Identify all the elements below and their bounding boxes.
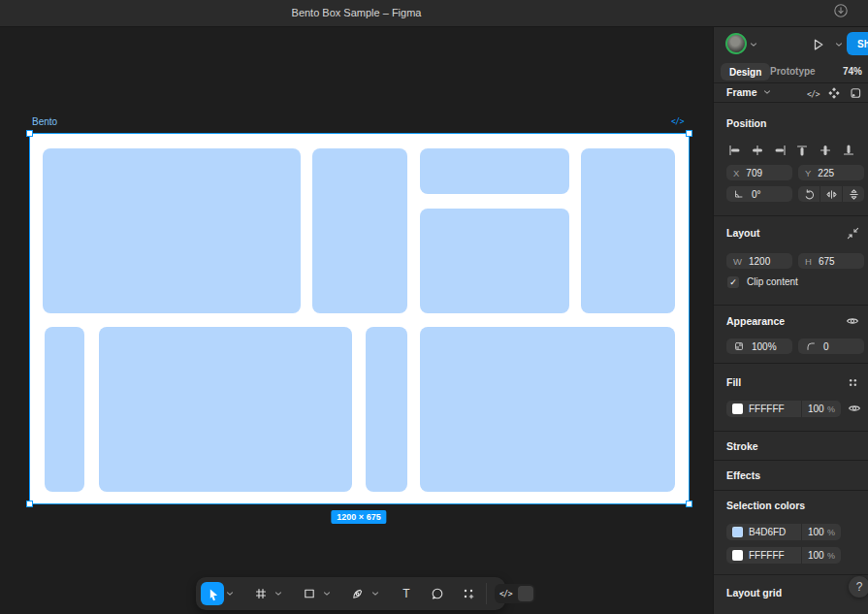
selection-handle[interactable]: [26, 130, 33, 137]
bento-rectangle[interactable]: [312, 148, 407, 313]
selection-color-percent: %: [827, 551, 835, 561]
eye-icon[interactable]: [846, 314, 859, 330]
bento-rectangle[interactable]: [43, 148, 301, 313]
selection-color-hex[interactable]: FFFFFF: [749, 550, 785, 561]
tab-prototype[interactable]: Prototype: [770, 66, 816, 77]
corner-radius-field[interactable]: 0: [798, 339, 864, 354]
present-chevron-icon[interactable]: [835, 40, 843, 50]
align-bottom-button[interactable]: [841, 143, 856, 158]
fill-opacity[interactable]: 100: [808, 404, 824, 414]
x-label: X: [733, 168, 739, 178]
align-left-button[interactable]: [726, 143, 742, 158]
y-position-field[interactable]: Y 225: [798, 165, 864, 180]
rectangle-tool[interactable]: [298, 582, 321, 605]
comment-tool[interactable]: [426, 582, 449, 605]
selection-handle[interactable]: [26, 501, 33, 507]
flip-horizontal-button[interactable]: [820, 186, 842, 202]
styles-icon[interactable]: [847, 376, 859, 391]
rotation-field[interactable]: 0°: [726, 186, 792, 202]
component-icon[interactable]: [827, 86, 841, 102]
selection-color-percent: %: [827, 528, 835, 537]
frame-row: Frame </>: [714, 83, 868, 103]
pen-tool[interactable]: [346, 582, 370, 605]
bento-rectangle[interactable]: [99, 327, 352, 492]
present-button[interactable]: [811, 37, 825, 53]
bento-rectangle[interactable]: [45, 327, 84, 492]
appearance-title: Appearance: [726, 315, 785, 327]
text-tool[interactable]: T: [395, 582, 418, 605]
width-field[interactable]: W 1200: [726, 253, 792, 269]
layout-title: Layout: [726, 227, 759, 239]
frame-tool[interactable]: [249, 582, 273, 605]
selection-color-opacity[interactable]: 100: [808, 527, 824, 537]
corner-radius-value: 0: [823, 341, 829, 352]
pen-tool-chevron[interactable]: [370, 582, 381, 605]
h-label: H: [805, 256, 812, 267]
rectangle-tool-chevron[interactable]: [321, 582, 333, 605]
panel-header: Share: [714, 27, 868, 60]
selection-color-swatch[interactable]: [732, 527, 743, 537]
avatar-chevron-icon[interactable]: [750, 40, 757, 50]
y-value: 225: [818, 168, 834, 178]
titlebar: Bento Box Sample – Figma: [0, 0, 868, 27]
use-as-mask-icon[interactable]: [849, 86, 862, 102]
share-button[interactable]: Share: [847, 32, 868, 55]
rotate-button[interactable]: [798, 186, 820, 202]
bento-rectangle[interactable]: [366, 327, 407, 492]
x-position-field[interactable]: X 709: [726, 165, 792, 180]
frame-dev-code-icon[interactable]: </>: [671, 117, 684, 126]
align-horizontal-center-button[interactable]: [750, 143, 765, 158]
bento-rectangle[interactable]: [420, 209, 569, 313]
bento-rectangle[interactable]: [420, 327, 675, 492]
selection-handle[interactable]: [686, 130, 692, 137]
avatar[interactable]: [725, 33, 747, 54]
flip-vertical-button[interactable]: [842, 186, 864, 202]
height-field[interactable]: H 675: [798, 253, 864, 269]
h-value: 675: [819, 256, 835, 267]
bento-rectangle[interactable]: [420, 148, 569, 194]
stroke-title: Stroke: [726, 440, 758, 452]
align-vertical-center-button[interactable]: [818, 143, 833, 158]
bento-frame[interactable]: [30, 134, 689, 503]
align-top-button[interactable]: [794, 143, 810, 158]
toolbar-divider: [486, 583, 487, 604]
stroke-section[interactable]: Stroke: [714, 431, 868, 460]
help-button[interactable]: ?: [849, 576, 868, 598]
selection-color-row[interactable]: FFFFFF 100 %: [726, 547, 841, 564]
clip-content-label[interactable]: Clip content: [747, 276, 798, 287]
fill-section: Fill FFFFFF 100 %: [714, 363, 868, 431]
frame-name-label[interactable]: Bento: [32, 116, 57, 127]
frame-type-dropdown[interactable]: Frame: [726, 86, 771, 98]
tab-design[interactable]: Design: [721, 63, 770, 81]
selection-color-swatch[interactable]: [732, 550, 743, 561]
fill-hex[interactable]: FFFFFF: [749, 404, 785, 414]
frame-tool-chevron[interactable]: [273, 582, 284, 605]
zoom-level[interactable]: 74%: [843, 66, 862, 77]
effects-section[interactable]: Effects: [714, 460, 868, 490]
opacity-value: 100%: [752, 341, 777, 352]
download-icon[interactable]: [833, 3, 849, 22]
layout-grid-section[interactable]: Layout grid: [714, 574, 868, 614]
dev-mode-toggle[interactable]: </>: [495, 584, 535, 603]
fill-color-row[interactable]: FFFFFF 100 %: [726, 401, 841, 417]
opacity-field[interactable]: 100%: [726, 339, 792, 354]
move-tool-chevron[interactable]: [224, 582, 236, 605]
resize-to-fit-icon[interactable]: [847, 227, 859, 242]
opacity-icon: [733, 340, 745, 352]
selection-handle[interactable]: [686, 501, 692, 507]
selection-color-opacity[interactable]: 100: [808, 550, 824, 561]
code-icon[interactable]: </>: [807, 90, 820, 99]
fill-visibility-eye-icon[interactable]: [848, 402, 861, 417]
align-right-button[interactable]: [773, 143, 788, 158]
dimension-badge: 1200 × 675: [331, 510, 386, 524]
clip-content-checkbox[interactable]: ✓: [727, 276, 739, 288]
selection-colors-title: Selection colors: [726, 500, 805, 511]
move-tool[interactable]: [201, 582, 224, 605]
bento-rectangle[interactable]: [581, 148, 675, 313]
actions-tool[interactable]: [457, 582, 480, 605]
fill-swatch[interactable]: [732, 404, 743, 414]
effects-title: Effects: [726, 469, 760, 481]
dev-mode-toggle-knob[interactable]: [518, 586, 533, 601]
selection-color-hex[interactable]: B4D6FD: [749, 527, 786, 537]
selection-color-row[interactable]: B4D6FD 100 %: [726, 524, 841, 540]
